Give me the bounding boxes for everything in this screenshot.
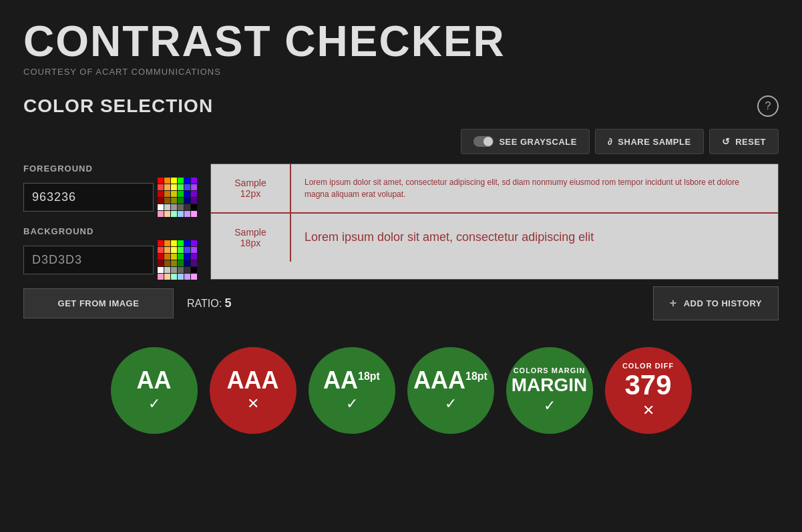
palette-color[interactable] — [158, 184, 164, 190]
palette-color[interactable] — [184, 267, 190, 273]
palette-color[interactable] — [178, 211, 184, 217]
palette-color[interactable] — [171, 260, 177, 266]
palette-color[interactable] — [178, 191, 184, 197]
grayscale-button[interactable]: SEE GRAYSCALE — [461, 129, 590, 154]
palette-color[interactable] — [164, 184, 170, 190]
palette-color[interactable] — [184, 254, 190, 260]
palette-color[interactable] — [164, 211, 170, 217]
palette-color[interactable] — [158, 260, 164, 266]
palette-color[interactable] — [178, 240, 184, 246]
palette-color[interactable] — [184, 204, 190, 210]
palette-color[interactable] — [171, 254, 177, 260]
badge-aaa18pt[interactable]: AAA18pt✓ — [407, 347, 494, 434]
palette-color[interactable] — [158, 198, 164, 204]
get-from-image-button[interactable]: GET FROM IMAGE — [23, 288, 174, 318]
palette-color[interactable] — [191, 198, 197, 204]
badge-colors-margin[interactable]: COLORS MARGINMARGIN✓ — [506, 347, 593, 434]
badge-aa18pt[interactable]: AA18pt✓ — [309, 347, 395, 434]
palette-color[interactable] — [184, 198, 190, 204]
palette-color[interactable] — [191, 240, 197, 246]
palette-color[interactable] — [184, 184, 190, 190]
section-title: COLOR SELECTION — [23, 95, 213, 117]
palette-color[interactable] — [164, 260, 170, 266]
reset-button[interactable]: ↺ RESET — [709, 129, 779, 154]
palette-color[interactable] — [191, 178, 197, 184]
background-input[interactable] — [23, 246, 154, 274]
palette-color[interactable] — [191, 191, 197, 197]
sample-row-large: Sample18px Lorem ipsum dolor sit amet, c… — [211, 214, 778, 262]
palette-color[interactable] — [191, 247, 197, 253]
palette-color[interactable] — [171, 204, 177, 210]
palette-color[interactable] — [158, 274, 164, 280]
palette-color[interactable] — [164, 198, 170, 204]
share-button[interactable]: ∂ SHARE SAMPLE — [595, 129, 704, 154]
palette-color[interactable] — [164, 204, 170, 210]
palette-color[interactable] — [171, 274, 177, 280]
foreground-label: FOREGROUND — [23, 164, 210, 174]
palette-color[interactable] — [178, 254, 184, 260]
background-palette[interactable] — [158, 240, 196, 280]
palette-color[interactable] — [178, 204, 184, 210]
badge-aa[interactable]: AA✓ — [111, 347, 198, 434]
badge-color-diff[interactable]: COLOR DIFF379✕ — [605, 347, 692, 434]
palette-color[interactable] — [171, 184, 177, 190]
palette-color[interactable] — [178, 198, 184, 204]
palette-color[interactable] — [178, 260, 184, 266]
palette-color[interactable] — [158, 204, 164, 210]
palette-color[interactable] — [164, 254, 170, 260]
palette-color[interactable] — [191, 260, 197, 266]
sample-label-small: Sample12px — [211, 164, 291, 212]
palette-color[interactable] — [184, 178, 190, 184]
palette-color[interactable] — [158, 240, 164, 246]
badge-icon: ✕ — [247, 395, 259, 413]
foreground-palette[interactable] — [158, 178, 196, 217]
palette-color[interactable] — [164, 240, 170, 246]
palette-color[interactable] — [164, 267, 170, 273]
palette-color[interactable] — [184, 260, 190, 266]
palette-color[interactable] — [184, 247, 190, 253]
foreground-input[interactable] — [23, 183, 154, 212]
palette-color[interactable] — [184, 274, 190, 280]
badge-aaa[interactable]: AAA✕ — [210, 347, 296, 434]
palette-color[interactable] — [158, 254, 164, 260]
palette-color[interactable] — [184, 211, 190, 217]
add-to-history-button[interactable]: + ADD TO HISTORY — [653, 286, 779, 320]
palette-color[interactable] — [191, 204, 197, 210]
palette-color[interactable] — [164, 274, 170, 280]
palette-color[interactable] — [191, 274, 197, 280]
help-icon[interactable]: ? — [757, 95, 779, 117]
palette-color[interactable] — [178, 184, 184, 190]
palette-color[interactable] — [171, 247, 177, 253]
badge-icon: ✓ — [148, 395, 160, 413]
badge-main-text: AA — [137, 368, 172, 392]
palette-color[interactable] — [191, 211, 197, 217]
palette-color[interactable] — [178, 267, 184, 273]
palette-color[interactable] — [164, 247, 170, 253]
palette-color[interactable] — [158, 247, 164, 253]
palette-color[interactable] — [158, 267, 164, 273]
palette-color[interactable] — [191, 254, 197, 260]
badge-main-number: 379 — [624, 371, 671, 399]
palette-color[interactable] — [184, 240, 190, 246]
palette-color[interactable] — [171, 191, 177, 197]
sample-content-large: Lorem ipsum dolor sit amet, consectetur … — [291, 214, 778, 262]
palette-color[interactable] — [171, 211, 177, 217]
palette-color[interactable] — [171, 267, 177, 273]
palette-color[interactable] — [164, 191, 170, 197]
palette-color[interactable] — [178, 274, 184, 280]
palette-color[interactable] — [178, 178, 184, 184]
palette-color[interactable] — [171, 178, 177, 184]
palette-color[interactable] — [191, 184, 197, 190]
background-label: BACKGROUND — [23, 226, 210, 236]
palette-color[interactable] — [158, 211, 164, 217]
palette-color[interactable] — [158, 191, 164, 197]
palette-color[interactable] — [178, 247, 184, 253]
sample-text-large: Lorem ipsum dolor sit amet, consectetur … — [305, 229, 594, 246]
palette-color[interactable] — [164, 178, 170, 184]
palette-color[interactable] — [158, 178, 164, 184]
badge-icon: ✓ — [544, 397, 556, 415]
palette-color[interactable] — [171, 240, 177, 246]
palette-color[interactable] — [191, 267, 197, 273]
palette-color[interactable] — [184, 191, 190, 197]
palette-color[interactable] — [171, 198, 177, 204]
